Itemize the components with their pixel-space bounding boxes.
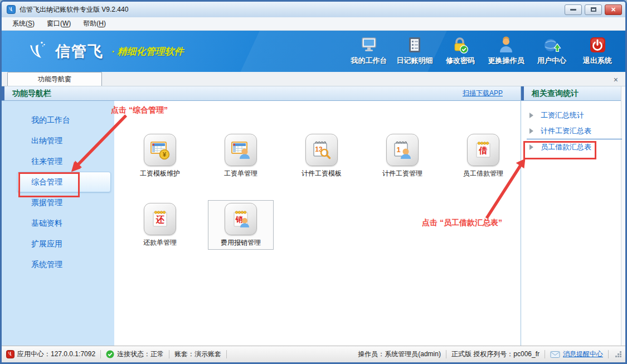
svg-text:¥: ¥ bbox=[163, 151, 167, 158]
module-expense-reimbursement[interactable]: 销 费用报销管理 bbox=[208, 201, 273, 249]
expense-reimbursement-icon: 销 bbox=[230, 208, 252, 230]
status-license: 正式版 授权序列号：pc006_fr bbox=[451, 350, 539, 359]
brand: 信管飞 · 精细化管理软件 bbox=[25, 39, 183, 64]
query-item-piece-rate-summary[interactable]: 计件工资汇总表 bbox=[521, 123, 625, 139]
toolbar-change-operator[interactable]: 更换操作员 bbox=[485, 35, 527, 68]
status-account-set: 账套：演示账套 bbox=[174, 350, 221, 359]
piece-rate-template-icon: 13 bbox=[310, 139, 333, 161]
query-panel-title: 相关查询统计 bbox=[532, 89, 579, 99]
app-logo-icon bbox=[7, 5, 16, 14]
brand-name: 信管飞 bbox=[55, 41, 104, 61]
app-header: 信管飞 · 精细化管理软件 我的工作台 日记账明细 修改密码 bbox=[2, 31, 625, 72]
svg-text:还: 还 bbox=[156, 215, 165, 224]
header-accent-bar bbox=[2, 86, 4, 100]
module-piece-rate-management[interactable]: 1 计件工资管理 bbox=[370, 132, 435, 180]
module-payslip-management[interactable]: 工资单管理 bbox=[208, 132, 273, 180]
triangle-icon bbox=[529, 113, 533, 118]
status-separator bbox=[100, 350, 101, 358]
sidebar-item-cashier-management[interactable]: 出纳管理 bbox=[17, 130, 111, 151]
app-window: 信管飞出纳记账软件专业版 V9.2.440 ✕ 系统(S) 窗口(W) 帮助(H… bbox=[0, 0, 627, 364]
window-title: 信管飞出纳记账软件专业版 V9.2.440 bbox=[20, 5, 128, 14]
module-employee-loan-management[interactable]: 借 员工借款管理 bbox=[451, 132, 516, 180]
sidebar-item-my-workbench[interactable]: 我的工作台 bbox=[17, 110, 111, 130]
sidebar-item-contact-management[interactable]: 往来管理 bbox=[17, 151, 111, 172]
query-item-employee-loan-summary[interactable]: 员工借款汇总表 bbox=[521, 139, 625, 155]
title-bar: 信管飞出纳记账软件专业版 V9.2.440 ✕ bbox=[2, 2, 625, 17]
minimize-button[interactable] bbox=[565, 4, 582, 15]
piece-rate-manage-icon: 1 bbox=[391, 139, 414, 161]
query-item-salary-summary[interactable]: 工资汇总统计 bbox=[521, 108, 625, 123]
workbench-monitor-icon bbox=[359, 36, 378, 54]
toolbar-my-workbench[interactable]: 我的工作台 bbox=[348, 35, 390, 68]
journal-list-icon bbox=[405, 36, 424, 54]
toolbar-change-password[interactable]: 修改密码 bbox=[439, 35, 482, 68]
globe-arrow-icon bbox=[542, 36, 561, 54]
lock-check-icon bbox=[451, 36, 470, 54]
status-message-center[interactable]: 消息提醒中心 bbox=[550, 350, 603, 359]
module-repayment-management[interactable]: 还 还款单管理 bbox=[128, 201, 192, 249]
header-accent-bar bbox=[521, 86, 524, 100]
triangle-icon bbox=[529, 128, 533, 134]
sidebar-item-basic-data[interactable]: 基础资料 bbox=[17, 213, 111, 234]
navigation-panel: 功能导航栏 扫描下载APP 我的工作台 出纳管理 往来管理 综合管理 票据管理 … bbox=[2, 86, 521, 346]
employee-loan-icon: 借 bbox=[472, 139, 494, 161]
power-icon bbox=[588, 36, 607, 54]
module-row-2: 还 还款单管理 销 费用报销管理 bbox=[128, 201, 521, 249]
scan-download-app-link[interactable]: 扫描下载APP bbox=[463, 89, 503, 98]
brand-logo-icon bbox=[25, 39, 50, 64]
brand-slogan: · 精细化管理软件 bbox=[111, 45, 183, 58]
status-bar: 应用中心：127.0.0.1:7092 连接状态：正常 账套：演示账套 操作员：… bbox=[2, 346, 625, 362]
app-center-logo-icon bbox=[6, 350, 14, 358]
menu-bar: 系统(S) 窗口(W) 帮助(H) bbox=[2, 17, 625, 31]
tab-strip: 功能导航窗 × bbox=[2, 72, 625, 86]
sidebar-item-bill-management[interactable]: 票据管理 bbox=[17, 192, 111, 213]
sidebar-item-system-management[interactable]: 系统管理 bbox=[17, 254, 111, 275]
query-list: 工资汇总统计 计件工资汇总表 员工借款汇总表 bbox=[521, 101, 625, 155]
repayment-icon: 还 bbox=[149, 208, 171, 230]
sidebar-item-comprehensive-management[interactable]: 综合管理 bbox=[17, 172, 111, 192]
status-separator bbox=[545, 350, 545, 358]
related-query-panel: 相关查询统计 工资汇总统计 计件工资汇总表 员工借款汇总表 bbox=[521, 86, 625, 346]
module-icons-area: ¥ 工资模板维护 工资单管理 13 bbox=[114, 101, 521, 346]
status-connection: 连接状态：正常 bbox=[106, 350, 164, 359]
navigation-panel-title: 功能导航栏 bbox=[12, 89, 51, 99]
svg-text:1: 1 bbox=[396, 145, 400, 154]
status-separator bbox=[446, 350, 446, 358]
status-operator: 操作员：系统管理员(admin) bbox=[358, 350, 441, 359]
salary-template-icon: ¥ bbox=[149, 139, 171, 161]
sidebar: 我的工作台 出纳管理 往来管理 综合管理 票据管理 基础资料 扩展应用 系统管理 bbox=[2, 101, 114, 346]
query-panel-header: 相关查询统计 bbox=[521, 86, 625, 101]
menu-help[interactable]: 帮助(H) bbox=[77, 17, 112, 30]
tab-close-icon[interactable]: × bbox=[614, 76, 618, 86]
content-area: 功能导航栏 扫描下载APP 我的工作台 出纳管理 往来管理 综合管理 票据管理 … bbox=[2, 86, 625, 346]
toolbar-journal-detail[interactable]: 日记账明细 bbox=[393, 35, 436, 68]
payslip-icon bbox=[230, 139, 252, 161]
status-app-center: 应用中心：127.0.0.1:7092 bbox=[6, 350, 95, 359]
toolbar-exit-system[interactable]: 退出系统 bbox=[576, 35, 619, 68]
module-row-1: ¥ 工资模板维护 工资单管理 13 bbox=[128, 132, 521, 180]
minimize-icon bbox=[570, 9, 576, 11]
tab-function-navigation[interactable]: 功能导航窗 bbox=[7, 72, 102, 86]
triangle-icon bbox=[529, 144, 533, 150]
sidebar-item-extended-apps[interactable]: 扩展应用 bbox=[17, 234, 111, 254]
operator-person-icon bbox=[497, 36, 516, 54]
close-button[interactable]: ✕ bbox=[605, 4, 622, 15]
navigation-panel-header: 功能导航栏 扫描下载APP bbox=[2, 86, 521, 101]
svg-text:销: 销 bbox=[235, 215, 243, 224]
envelope-icon bbox=[550, 351, 560, 358]
window-controls: ✕ bbox=[565, 4, 622, 15]
resize-grip[interactable] bbox=[615, 351, 622, 358]
status-separator bbox=[608, 350, 609, 358]
connection-ok-icon bbox=[106, 350, 114, 358]
toolbar-user-center[interactable]: 用户中心 bbox=[531, 35, 573, 68]
module-piece-rate-template[interactable]: 13 计件工资模板 bbox=[289, 132, 354, 180]
header-toolbar: 我的工作台 日记账明细 修改密码 更换操作员 bbox=[348, 35, 619, 68]
module-salary-template[interactable]: ¥ 工资模板维护 bbox=[128, 132, 192, 180]
status-separator bbox=[226, 350, 227, 358]
status-separator bbox=[169, 350, 169, 358]
menu-system[interactable]: 系统(S) bbox=[6, 17, 41, 30]
menu-window[interactable]: 窗口(W) bbox=[41, 17, 77, 30]
maximize-icon bbox=[591, 7, 596, 12]
navigation-body: 我的工作台 出纳管理 往来管理 综合管理 票据管理 基础资料 扩展应用 系统管理… bbox=[2, 101, 521, 346]
maximize-button[interactable] bbox=[585, 4, 602, 15]
